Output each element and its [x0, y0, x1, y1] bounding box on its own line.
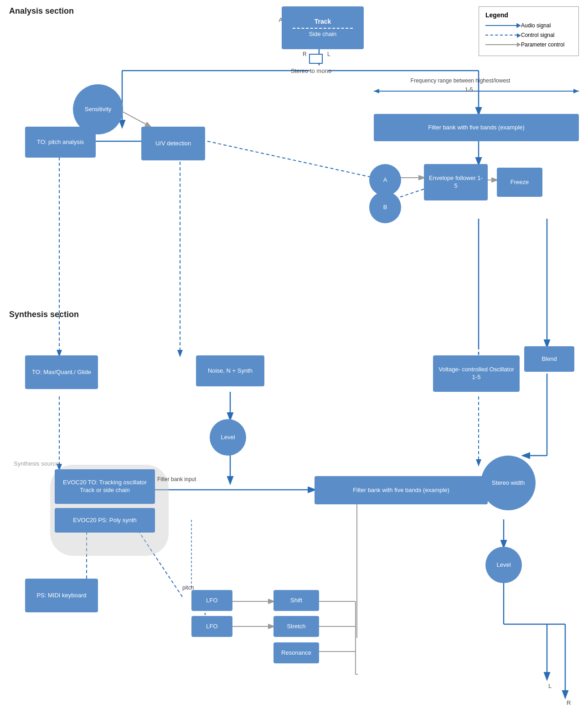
evoc20-ps-box[interactable]: EVOC20 PS: Poly synth — [55, 508, 155, 533]
b-circle[interactable]: B — [369, 191, 401, 223]
stereo-width-circle[interactable]: Stereo width — [481, 456, 536, 510]
synthesis-source-label: Synthesis source — [14, 460, 59, 467]
r-label: R — [303, 51, 307, 57]
uv-detection-box[interactable]: U/V detection — [141, 127, 205, 160]
evoc20-to-box[interactable]: EVOC20 TO: Tracking oscillator Track or … — [55, 469, 155, 504]
l-label: L — [327, 51, 330, 57]
level-top-circle[interactable]: Level — [210, 419, 246, 456]
stereo-to-mono-label: Stereo to mono — [291, 67, 331, 74]
svg-line-44 — [207, 141, 374, 178]
track-label: Track — [315, 17, 331, 26]
ps-midi-box[interactable]: PS: MIDI keyboard — [25, 579, 98, 612]
filter-bank-top-box[interactable]: Filter bank with five bands (example) — [374, 114, 579, 141]
legend-box: Legend Audio signal Control signal Param… — [479, 6, 579, 56]
shift-box[interactable]: Shift — [273, 590, 319, 611]
voltage-osc-box[interactable]: Voltage- controlled Oscillator 1-5 — [433, 355, 520, 392]
l-bottom-label: L — [548, 682, 552, 689]
legend-audio-signal: Audio signal — [485, 22, 572, 29]
to-pitch-box[interactable]: TO: pitch analysis — [25, 127, 96, 158]
analysis-section-label: Analysis section — [9, 6, 74, 16]
freq-range-num: 1-5 — [465, 87, 473, 93]
r-bottom-label: R — [567, 699, 571, 706]
svg-marker-10 — [573, 89, 579, 93]
legend-parameter-control: Parameter control — [485, 41, 572, 48]
legend-title: Legend — [485, 11, 572, 19]
svg-marker-9 — [374, 89, 379, 93]
legend-control-signal: Control signal — [485, 32, 572, 38]
lfo2-box[interactable]: LFO — [191, 616, 232, 637]
noise-box[interactable]: Noise, N + Synth — [196, 355, 264, 386]
level-bottom-circle[interactable]: Level — [485, 547, 522, 583]
synthesis-section-label: Synthesis section — [9, 310, 79, 319]
lfo1-box[interactable]: LFO — [191, 590, 232, 611]
blend-box[interactable]: Blend — [524, 346, 574, 372]
filter-bank-bottom-box[interactable]: Filter bank with five bands (example) — [315, 476, 488, 504]
track-sidechain-box[interactable]: Track Side chain — [282, 6, 364, 49]
envelope-follower-box[interactable]: Envelope follower 1-5 — [424, 164, 488, 200]
resonance-box[interactable]: Resonance — [273, 642, 319, 663]
freeze-box[interactable]: Freeze — [497, 168, 542, 197]
to-max-box[interactable]: TO: Max/Quant./ Glide — [25, 355, 98, 389]
sidechain-label: Side chain — [309, 31, 337, 38]
stretch-box[interactable]: Stretch — [273, 616, 319, 637]
filter-bank-input-label: Filter bank input — [157, 476, 196, 482]
freq-range-label: Frequency range between highest/lowest — [369, 77, 552, 84]
